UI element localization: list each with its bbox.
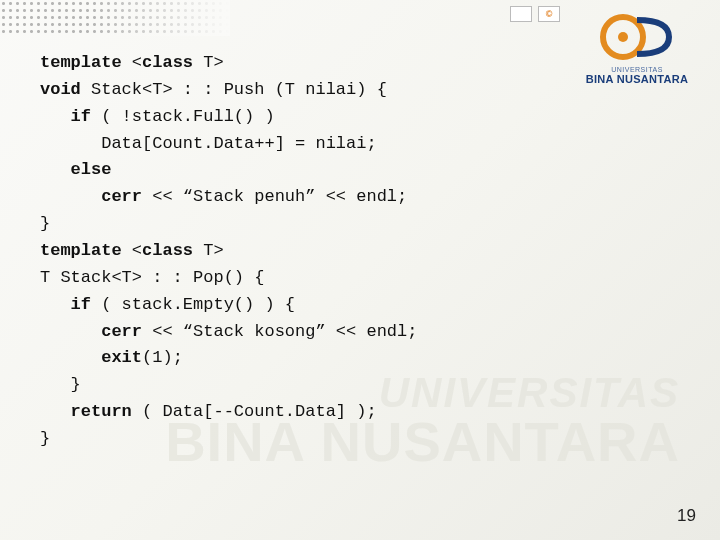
code-line-6: cerr << “Stack penuh” << endl;	[40, 187, 407, 206]
code-line-1: template <class T>	[40, 53, 224, 72]
logo-text: UNIVERSITAS BINA NUSANTARA	[572, 66, 702, 85]
svg-point-1	[618, 32, 628, 42]
code-line-5: else	[40, 160, 111, 179]
logo-uni-label: UNIVERSITAS	[572, 66, 702, 73]
page-number: 19	[677, 506, 696, 526]
logo-name-label: BINA NUSANTARA	[572, 73, 702, 85]
code-line-11: cerr << “Stack kosong” << endl;	[40, 322, 417, 341]
code-line-3: if ( !stack.Full() )	[40, 107, 275, 126]
code-line-15: }	[40, 429, 50, 448]
code-line-4: Data[Count.Data++] = nilai;	[40, 134, 377, 153]
code-block: template <class T> void Stack<T> : : Pus…	[40, 50, 417, 453]
code-line-12: exit(1);	[40, 348, 183, 367]
code-line-10: if ( stack.Empty() ) {	[40, 295, 295, 314]
code-line-9: T Stack<T> : : Pop() {	[40, 268, 264, 287]
logo: UNIVERSITAS BINA NUSANTARA	[572, 10, 702, 85]
logo-icon	[599, 10, 675, 64]
code-line-13: }	[40, 375, 81, 394]
badge-copyright: ©	[538, 6, 560, 22]
code-line-2: void Stack<T> : : Push (T nilai) {	[40, 80, 387, 99]
code-line-7: }	[40, 214, 50, 233]
code-line-14: return ( Data[--Count.Data] );	[40, 402, 377, 421]
badge-blank	[510, 6, 532, 22]
top-badges: ©	[510, 6, 560, 22]
corner-dots-fade	[0, 0, 230, 36]
code-line-8: template <class T>	[40, 241, 224, 260]
